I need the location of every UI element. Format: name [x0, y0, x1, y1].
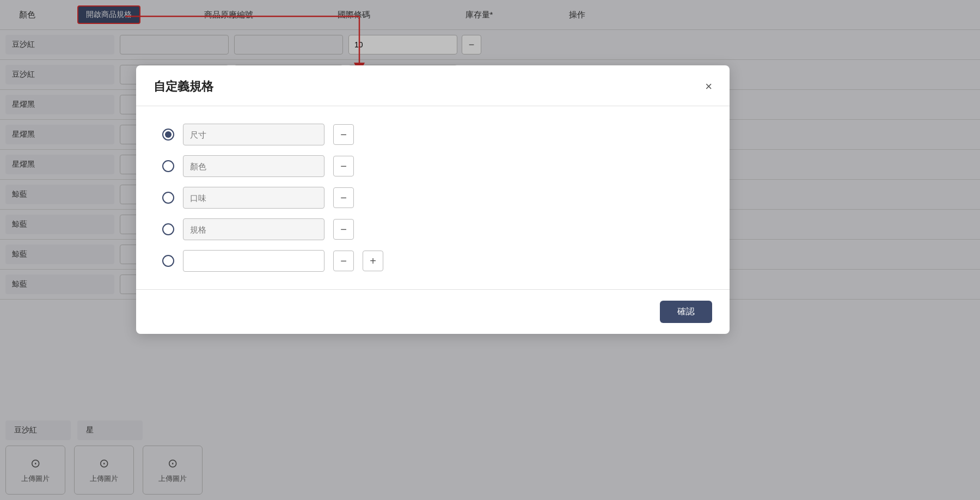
spec-radio-size[interactable] [162, 129, 174, 141]
spec-remove-flavor-button[interactable]: − [333, 187, 354, 208]
spec-input-flavor[interactable] [183, 187, 324, 209]
confirm-button[interactable]: 確認 [660, 301, 712, 323]
spec-input-size[interactable] [183, 124, 324, 145]
spec-add-button[interactable]: + [363, 251, 383, 271]
spec-remove-size-button[interactable]: − [333, 124, 354, 145]
spec-radio-color[interactable] [162, 160, 174, 172]
spec-row-flavor: − [162, 187, 703, 209]
modal-header: 自定義規格 × [136, 65, 730, 106]
spec-input-spec[interactable] [183, 218, 324, 240]
spec-remove-custom-button[interactable]: − [333, 251, 354, 271]
spec-row-color: − [162, 155, 703, 177]
spec-row-size: − [162, 124, 703, 145]
spec-input-color[interactable] [183, 155, 324, 177]
spec-input-custom[interactable] [183, 250, 324, 272]
modal-footer: 確認 [136, 289, 730, 334]
spec-row-spec: − [162, 218, 703, 240]
spec-row-custom: − + [162, 250, 703, 272]
spec-radio-flavor[interactable] [162, 192, 174, 204]
spec-remove-spec-button[interactable]: − [333, 219, 354, 240]
modal-title: 自定義規格 [154, 78, 213, 95]
modal-dialog: 自定義規格 × − − − − [136, 65, 730, 334]
spec-remove-color-button[interactable]: − [333, 156, 354, 176]
spec-radio-custom[interactable] [162, 255, 174, 267]
modal-close-button[interactable]: × [705, 80, 712, 94]
spec-radio-spec[interactable] [162, 223, 174, 235]
modal-body: − − − − − + [136, 106, 730, 289]
radio-dot-size [165, 131, 171, 138]
